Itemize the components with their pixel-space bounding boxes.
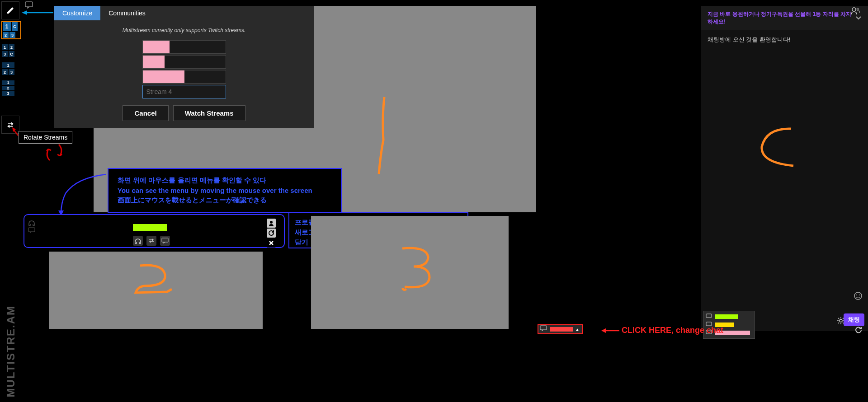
scribble-1 bbox=[375, 95, 393, 176]
layout-option-1[interactable]: 1C 23 bbox=[1, 21, 21, 39]
headphones-icon bbox=[28, 220, 35, 226]
chat-icon bbox=[706, 313, 712, 320]
layout-option-4[interactable]: 1 2 3 bbox=[1, 80, 21, 96]
stream-name-bar bbox=[133, 224, 167, 231]
annotation-rotate-scribble bbox=[43, 142, 66, 163]
logo: MULTISTRE.AM bbox=[5, 305, 17, 397]
chat-selector-item[interactable] bbox=[705, 313, 753, 321]
annotation-click-here: CLICK HERE, change chat bbox=[601, 326, 723, 335]
stream-input-1[interactable] bbox=[142, 40, 226, 54]
layout-option-2[interactable]: 12 3C bbox=[1, 44, 21, 57]
close-icon[interactable] bbox=[267, 238, 276, 248]
headphones-icon[interactable] bbox=[133, 236, 143, 246]
svg-point-16 bbox=[859, 294, 860, 295]
hover-menu bbox=[24, 214, 285, 248]
svg-rect-6 bbox=[28, 228, 35, 232]
svg-rect-18 bbox=[540, 326, 547, 330]
chat-icon bbox=[540, 325, 548, 333]
emote-icon[interactable] bbox=[854, 291, 863, 300]
svg-point-8 bbox=[270, 221, 273, 224]
tab-customize[interactable]: Customize bbox=[54, 6, 100, 20]
chat-icon[interactable] bbox=[160, 236, 170, 246]
stream-input-4[interactable] bbox=[142, 85, 226, 98]
chat-small-icon bbox=[28, 227, 35, 234]
watch-streams-button[interactable]: Watch Streams bbox=[173, 105, 245, 121]
svg-marker-2 bbox=[22, 10, 27, 15]
scribble-2 bbox=[131, 261, 176, 302]
svg-marker-20 bbox=[601, 328, 606, 333]
chat-welcome: 채팅방에 오신 것을 환영합니다! bbox=[701, 30, 868, 49]
chevron-up-icon: ▲ bbox=[575, 327, 580, 332]
scribble-chat-c bbox=[757, 124, 798, 169]
cancel-button[interactable]: Cancel bbox=[123, 105, 168, 121]
annotation-note: 화면 위에 마우스를 올리면 메뉴를 확인할 수 있다 You can see … bbox=[108, 168, 342, 213]
annotation-arrow-blue bbox=[22, 8, 53, 17]
profile-icon[interactable] bbox=[267, 219, 276, 228]
edit-button[interactable] bbox=[1, 1, 19, 19]
tab-communities[interactable]: Communities bbox=[100, 6, 154, 20]
annotation-curve-arrow bbox=[54, 171, 108, 220]
svg-point-15 bbox=[856, 294, 857, 295]
rotate-tooltip: Rotate Streams bbox=[19, 131, 72, 144]
svg-point-14 bbox=[854, 292, 862, 299]
stream-input-3[interactable] bbox=[142, 70, 226, 84]
annotation-arrow-red bbox=[11, 127, 20, 136]
chat-banner[interactable]: 지금 바로 응원하거나 정기구독권을 선물해 1등 자리를 차지하세요! bbox=[701, 6, 868, 30]
svg-point-10 bbox=[857, 8, 859, 10]
stream-input-2[interactable] bbox=[142, 55, 226, 69]
svg-rect-0 bbox=[25, 2, 33, 7]
reload-icon[interactable] bbox=[267, 229, 276, 238]
swap-icon[interactable] bbox=[146, 236, 156, 246]
svg-rect-11 bbox=[706, 314, 712, 318]
svg-rect-7 bbox=[162, 238, 168, 242]
customize-modal: Customize Communities Multistream curren… bbox=[54, 6, 314, 128]
refresh-icon[interactable] bbox=[854, 326, 863, 334]
users-icon[interactable] bbox=[851, 7, 860, 17]
layout-option-3[interactable]: 1 23 bbox=[1, 62, 21, 75]
modal-hint: Multistream currently only supports Twit… bbox=[63, 27, 305, 33]
chat-send-button[interactable]: 채팅 bbox=[844, 313, 864, 326]
scribble-3 bbox=[396, 244, 441, 294]
svg-rect-12 bbox=[706, 322, 712, 326]
svg-point-9 bbox=[852, 8, 856, 11]
chat-selector-dropdown[interactable]: ▲ bbox=[538, 324, 583, 334]
svg-point-17 bbox=[840, 319, 842, 322]
left-sidebar: 1C 23 12 3C 1 23 1 2 3 Rotate Streams MU… bbox=[0, 0, 23, 402]
